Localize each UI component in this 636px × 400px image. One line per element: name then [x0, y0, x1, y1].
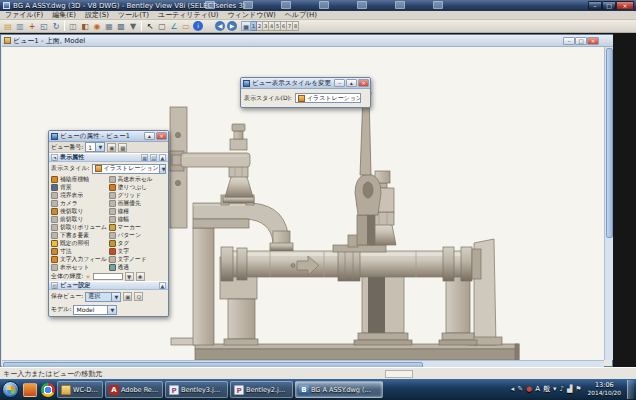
view-setup-section-header[interactable]: ▨ ビュー設定 ▲ [49, 281, 168, 290]
volume-icon[interactable]: ♪ [559, 381, 563, 398]
brightness-settings-icon[interactable]: ✱ [136, 272, 145, 281]
hidden-icons-button[interactable]: ◂ [511, 381, 515, 398]
attr-markers[interactable]: マーカー [109, 223, 167, 231]
action-center-icon[interactable]: ⚑ [575, 381, 581, 398]
view-group-icon[interactable]: ▦ [241, 21, 251, 31]
attr-tags[interactable]: タグ [109, 239, 167, 247]
show-desktop-button[interactable] [627, 380, 634, 399]
model-select[interactable]: Model ▼ [73, 305, 117, 315]
display-style-select[interactable]: イラストレーション ▼ [295, 93, 361, 103]
collapse-section-icon[interactable]: ▲ [159, 154, 166, 161]
attr-default-lighting[interactable]: 既定の照明 [51, 239, 109, 247]
zoom-in-icon[interactable]: + [26, 21, 38, 32]
attr-acs-triad[interactable]: 補助座標軸 [51, 175, 109, 183]
grid-layout-icon[interactable]: ▦ [141, 154, 148, 161]
view-close-button[interactable]: × [587, 37, 599, 45]
ime-mode-indicator[interactable]: A [535, 381, 540, 398]
attributes-dialog-close-button[interactable]: × [156, 132, 167, 140]
taskbar-adobe-reader[interactable]: AAdobe Reader [105, 381, 163, 398]
menu-item-5[interactable]: ユーティリティ(U) [158, 11, 219, 20]
attr-transparency[interactable]: 透過 [109, 263, 167, 271]
window-menu-icon[interactable]: ▼ [127, 21, 139, 32]
update-view-icon[interactable]: ↻ [50, 21, 62, 32]
attr-displayset[interactable]: 表示セット [51, 263, 109, 271]
search-icon[interactable]: Q [134, 292, 143, 301]
apply-to-all-views-icon[interactable]: ▣ [107, 143, 116, 152]
collapse-section-icon[interactable]: ▲ [159, 282, 166, 289]
attr-line-styles[interactable]: 線種 [109, 207, 167, 215]
security-icon[interactable]: ● [526, 381, 532, 398]
taskbar-paint-bentley2[interactable]: PBentley2.jpg - Paint [230, 381, 293, 398]
attr-level-overrides[interactable]: 画層優先 [109, 199, 167, 207]
ime-kana-indicator[interactable]: 般 [543, 381, 550, 398]
view-maximize-button[interactable]: □ [575, 37, 587, 45]
chevron-down-icon[interactable]: ▼ [159, 165, 166, 173]
attributes-dialog-rollup-button[interactable]: ▴ [144, 132, 155, 140]
taskbar-clock[interactable]: 13:06 2014/10/20 [588, 382, 621, 396]
list-layout-icon[interactable]: ▤ [150, 154, 157, 161]
taskbar-explorer-window[interactable]: WC-DWG-BG [57, 381, 103, 398]
attr-clip-back[interactable]: 後切取り [51, 207, 109, 215]
scale-icon[interactable]: ▭ [180, 21, 192, 32]
display-attributes-section-header[interactable]: ◔ 表示属性 ▦ ▤ ▲ [49, 153, 168, 162]
menu-item-1[interactable]: ファイル(F) [5, 11, 43, 20]
attr-fast-cells[interactable]: 高速表示セル [109, 175, 167, 183]
attr-clip-volume[interactable]: 切取りボリューム [51, 223, 109, 231]
view-toggle-8[interactable]: 8 [293, 21, 299, 31]
menu-item-3[interactable]: 設定(S) [85, 11, 109, 20]
attributes-style-select[interactable]: イラストレーション ▼ [92, 164, 166, 174]
view-back-icon[interactable]: ◀ [215, 21, 225, 31]
style-dialog-pin-button[interactable]: ▴ [346, 79, 357, 87]
view-number-select[interactable]: 1 ▼ [85, 142, 105, 152]
attr-fill[interactable]: 塗りつぶし [109, 183, 167, 191]
start-button[interactable] [2, 381, 19, 398]
chevron-down-icon[interactable]: ▼ [111, 293, 120, 301]
element-selection-icon[interactable]: ↖ [144, 21, 156, 32]
copy-view-icon[interactable]: ◫ [67, 21, 79, 32]
view-minimize-button[interactable]: – [563, 37, 575, 45]
vertical-scrollbar-thumb[interactable] [606, 48, 613, 238]
attributes-dialog-titlebar[interactable]: ビューの属性 - ビュー1 ▴ × [49, 131, 168, 142]
previous-view-icon[interactable]: ◧ [79, 21, 91, 32]
network-icon[interactable]: ▟ [567, 381, 572, 398]
attr-patterns[interactable]: パターン [109, 231, 167, 239]
view-forward-icon[interactable]: ▶ [227, 21, 237, 31]
close-button[interactable]: × [616, 1, 634, 10]
measure-icon[interactable]: ∠ [168, 21, 180, 32]
attr-background[interactable]: 背景 [51, 183, 109, 191]
window-area-icon[interactable]: ▦ [103, 21, 115, 32]
view-window-titlebar[interactable]: ビュー1 - 上面, Model – □ × [2, 35, 613, 47]
ime-options-icon[interactable]: ▾ [553, 381, 557, 398]
attr-boundary-display[interactable]: 境界表示 [51, 191, 109, 199]
menu-item-7[interactable]: ヘルプ(H) [285, 11, 317, 20]
media-app-icon[interactable] [23, 383, 37, 397]
attr-camera[interactable]: カメラ [51, 199, 109, 207]
taskbar-paint-bentley3[interactable]: PBentley3.jpg - Paint [165, 381, 228, 398]
open-file-icon[interactable]: ▤ [2, 21, 14, 32]
attr-text[interactable]: 文字 [109, 247, 167, 255]
attr-grid[interactable]: グリッド [109, 191, 167, 199]
apply-saved-view-icon[interactable]: ▣ [123, 292, 132, 301]
tablet-pen-icon[interactable]: ✎ [517, 381, 523, 398]
saved-view-select[interactable]: 選択 ▼ [85, 292, 121, 302]
save-settings-icon[interactable]: ▥ [14, 21, 26, 32]
brightness-slider[interactable] [93, 273, 123, 280]
maximize-button[interactable]: □ [602, 1, 616, 10]
view-sync-icon[interactable]: ▦ [118, 143, 127, 152]
style-dialog-titlebar[interactable]: ビュー表示スタイルを変更 – ▴ × [241, 78, 370, 89]
style-dialog-close-button[interactable]: × [358, 79, 369, 87]
vertical-scrollbar[interactable] [604, 47, 613, 360]
menu-item-4[interactable]: ツール(T) [118, 11, 149, 20]
publish-icon[interactable]: ◉ [91, 21, 103, 32]
chevron-down-icon[interactable]: ▼ [95, 143, 104, 151]
attr-text-fields[interactable]: 文字入力フィールド [51, 255, 109, 263]
menu-item-2[interactable]: 編集(E) [52, 11, 76, 20]
attr-clip-front[interactable]: 前切取り [51, 215, 109, 223]
style-dialog-minimize-button[interactable]: – [334, 79, 345, 87]
fence-icon[interactable]: ▢ [156, 21, 168, 32]
minimize-button[interactable]: – [588, 1, 602, 10]
menu-item-6[interactable]: ウィンドウ(W) [228, 11, 276, 20]
taskbar-bentley-view-window[interactable]: BBG A ASSY.dwg (... [295, 381, 383, 398]
zoom-window-icon[interactable]: ◱ [38, 21, 50, 32]
brightness-dropdown-icon[interactable]: ▼ [125, 272, 134, 281]
